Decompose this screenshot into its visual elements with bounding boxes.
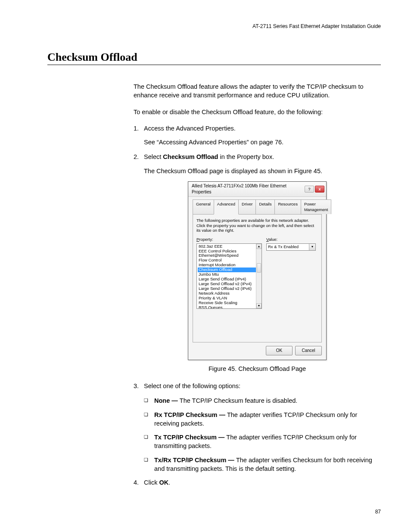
step-2-number: 2. [134, 152, 144, 161]
tab-general[interactable]: General [193, 199, 214, 214]
dropdown-arrow-icon[interactable]: ▼ [309, 244, 315, 250]
step-1-text: Access the Advanced Properties. [144, 125, 236, 132]
tab-strip: General Advanced Driver Details Resource… [193, 199, 322, 214]
scroll-thumb[interactable] [257, 263, 261, 273]
bullet-icon: ❏ [144, 433, 154, 451]
option-none: ❏ None — The TCP/IP Checksum feature is … [144, 396, 381, 405]
step-3-number: 3. [134, 382, 144, 390]
step-1: 1.Access the Advanced Properties. See “A… [134, 124, 381, 147]
intro-paragraph: The Checksum Offload feature allows the … [134, 82, 381, 100]
step-2-pre: Select [144, 153, 163, 160]
step-2-post: in the Property box. [218, 153, 274, 160]
page-number: 87 [375, 509, 381, 515]
figure-caption: Figure 45. Checksum Offload Page [134, 364, 381, 373]
section-title: Checksum Offload [47, 51, 381, 65]
close-button[interactable]: x [315, 186, 324, 193]
step-1-number: 1. [134, 124, 144, 133]
bullet-icon: ❏ [144, 396, 154, 405]
step-4-number: 4. [134, 478, 144, 487]
help-button[interactable]: ? [305, 186, 314, 193]
property-listbox[interactable]: 802.3az EEEEEE Control PoliciesEthernet@… [196, 243, 262, 309]
step-3: 3.Select one of the following options: [134, 382, 381, 390]
panel-instruction: The following properties are available f… [196, 218, 318, 233]
tab-panel-advanced: The following properties are available f… [193, 214, 322, 342]
scroll-up-button[interactable]: ▲ [256, 244, 262, 249]
option-none-bold: None — [154, 397, 180, 404]
bullet-icon: ❏ [144, 456, 154, 473]
step-3-text: Select one of the following options: [144, 383, 240, 389]
property-item[interactable]: RSS Queues [198, 305, 261, 309]
property-label: Property: [196, 236, 262, 242]
step-4-bold: OK [159, 479, 168, 486]
running-header: AT-2711 Series Fast Ethernet Adapter Ins… [47, 23, 381, 29]
step-4-post: . [168, 479, 170, 486]
step-1-sub: See “Accessing Advanced Properties” on p… [144, 138, 381, 146]
option-none-text: The TCP/IP Checksum feature is disabled. [180, 397, 297, 404]
step-2-bold: Checksum Offload [163, 153, 218, 160]
value-dropdown-text: Rx & Tx Enabled [267, 244, 309, 249]
dialog-title: Allied Telesis AT-2711FXv2 100Mb Fiber E… [192, 183, 305, 195]
value-dropdown[interactable]: Rx & Tx Enabled ▼ [266, 243, 316, 251]
tab-driver[interactable]: Driver [238, 199, 256, 214]
value-label: Value: [266, 236, 316, 242]
option-rx: ❏ Rx TCP/IP Checksum — The adapter verif… [144, 411, 381, 428]
step-4: 4.Click OK. [134, 478, 381, 487]
option-rx-bold: Rx TCP/IP Checksum — [154, 411, 227, 418]
dialog-titlebar: Allied Telesis AT-2711FXv2 100Mb Fiber E… [188, 182, 326, 197]
step-2: 2.Select Checksum Offload in the Propert… [134, 152, 381, 175]
scrollbar[interactable]: ▲ ▼ [256, 244, 262, 308]
option-txrx: ❏ Tx/Rx TCP/IP Checksum — The adapter ve… [144, 456, 381, 473]
enable-paragraph: To enable or disable the Checksum Offloa… [134, 108, 381, 116]
option-tx: ❏ Tx TCP/IP Checksum — The adapter verif… [144, 433, 381, 451]
bullet-icon: ❏ [144, 411, 154, 428]
step-4-pre: Click [144, 479, 159, 486]
tab-advanced[interactable]: Advanced [214, 199, 239, 215]
scroll-down-button[interactable]: ▼ [256, 303, 262, 308]
properties-dialog: Allied Telesis AT-2711FXv2 100Mb Fiber E… [188, 181, 327, 360]
ok-button[interactable]: OK [266, 346, 293, 355]
tab-resources[interactable]: Resources [274, 199, 301, 214]
option-tx-bold: Tx TCP/IP Checksum — [154, 434, 226, 441]
tab-power-management[interactable]: Power Management [301, 199, 331, 214]
cancel-button[interactable]: Cancel [295, 346, 322, 355]
tab-details[interactable]: Details [255, 199, 275, 214]
property-item[interactable]: 802.3az EEE [198, 244, 261, 249]
option-txrx-bold: Tx/Rx TCP/IP Checksum — [154, 457, 236, 464]
step-2-sub: The Checksum Offload page is displayed a… [144, 167, 381, 175]
property-item[interactable]: Receive Side Scaling [198, 301, 261, 305]
